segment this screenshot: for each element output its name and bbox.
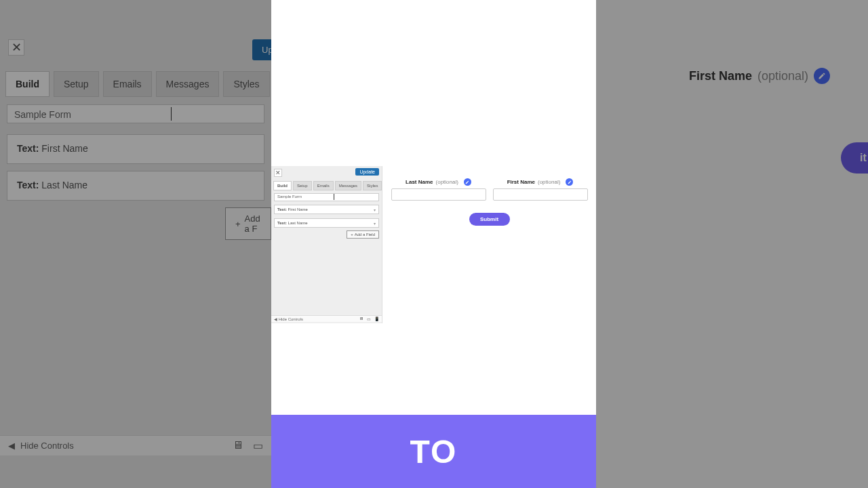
- phone-mid-content: ✕ Update Build Setup Emails Messages Sty…: [271, 166, 596, 323]
- mini-add-field-label: Add a Field: [355, 232, 375, 237]
- collapse-icon[interactable]: ◀: [274, 317, 277, 321]
- mini-field-label: First Name: [288, 207, 308, 211]
- mini-field-row-last[interactable]: Text: Last Name ▾: [274, 218, 379, 228]
- chevron-down-icon: ▾: [374, 207, 376, 212]
- mobile-icon[interactable]: 📱: [374, 317, 379, 321]
- tablet-icon[interactable]: ▭: [367, 317, 371, 321]
- mini-form-title-input[interactable]: Sample Form: [274, 193, 379, 201]
- mini-close-button[interactable]: ✕: [274, 169, 282, 177]
- mini-tab-build[interactable]: Build: [273, 181, 292, 190]
- phone-top-whitespace: [271, 0, 596, 166]
- caption-text: TO: [410, 433, 458, 470]
- mini-field-prefix: Text:: [277, 221, 287, 225]
- chevron-down-icon: ▾: [374, 221, 376, 226]
- mini-preview-fields: Last Name (optional) First Name (optiona…: [389, 178, 589, 201]
- mini-input-first-name[interactable]: [493, 188, 588, 201]
- mini-tabs: Build Setup Emails Messages Styles: [273, 181, 382, 190]
- mini-field-name-first: First Name: [507, 179, 535, 185]
- edit-icon[interactable]: [566, 178, 573, 186]
- caption-banner: TO: [271, 415, 596, 488]
- mini-optional-text: (optional): [538, 179, 560, 185]
- mini-field-prefix: Text:: [277, 207, 287, 211]
- mini-builder-panel: ✕ Update Build Setup Emails Messages Sty…: [271, 166, 382, 323]
- mini-preview-field-first: First Name (optional): [493, 178, 588, 201]
- mini-tab-emails[interactable]: Emails: [313, 181, 334, 190]
- desktop-icon[interactable]: 🖥: [359, 317, 363, 321]
- mini-field-name-last: Last Name: [406, 179, 433, 185]
- mini-input-last-name[interactable]: [391, 188, 486, 201]
- mini-update-button[interactable]: Update: [355, 168, 379, 176]
- mini-hide-controls[interactable]: Hide Controls: [279, 317, 303, 321]
- mini-submit-button[interactable]: Submit: [469, 213, 510, 226]
- edit-icon[interactable]: [464, 178, 471, 186]
- mini-optional-text: (optional): [436, 179, 458, 185]
- mini-tab-setup[interactable]: Setup: [293, 181, 312, 190]
- mini-preview-field-last: Last Name (optional): [391, 178, 486, 201]
- mini-footer-bar: ◀ Hide Controls 🖥 ▭ 📱: [271, 315, 382, 322]
- mini-field-row-first[interactable]: Text: First Name ▾: [274, 205, 379, 214]
- mini-text-cursor: [334, 194, 334, 200]
- plus-icon: +: [351, 232, 353, 237]
- mini-preview-panel: Last Name (optional) First Name (optiona…: [382, 166, 596, 323]
- mini-tab-styles[interactable]: Styles: [363, 181, 382, 190]
- mini-add-field-button[interactable]: + Add a Field: [347, 230, 379, 239]
- mini-tab-messages[interactable]: Messages: [335, 181, 361, 190]
- mini-field-label: Last Name: [288, 221, 308, 225]
